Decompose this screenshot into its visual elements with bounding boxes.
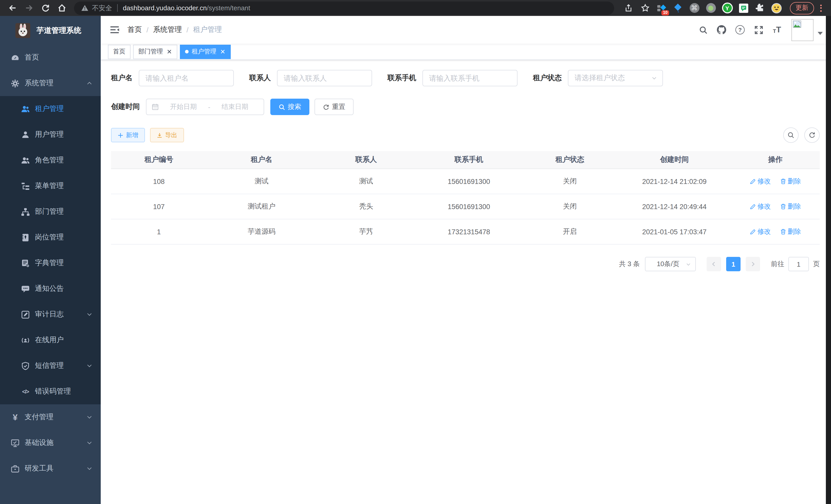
close-icon[interactable] <box>166 49 172 55</box>
extension-kite-icon[interactable] <box>672 2 684 13</box>
share-icon[interactable] <box>623 3 634 13</box>
cell-status: 开启 <box>522 219 618 244</box>
prev-page-button[interactable] <box>707 257 721 271</box>
dictionary-icon <box>21 259 30 267</box>
sidebar-item-label: 菜单管理 <box>35 181 92 190</box>
sidebar-fold-icon[interactable] <box>109 24 120 35</box>
breadcrumb-system[interactable]: 系统管理 <box>153 25 182 34</box>
sidebar-item-tenant[interactable]: 租户管理 <box>0 96 101 122</box>
extension-dot-icon[interactable] <box>705 2 716 13</box>
page-size-value: 10条/页 <box>651 260 686 269</box>
table-header-row: 租户编号 租户名 联系人 联系手机 租户状态 创建时间 操作 <box>111 151 820 169</box>
edit-link[interactable]: 修改 <box>750 227 771 236</box>
sidebar-item-user[interactable]: 用户管理 <box>0 122 101 147</box>
sidebar-item-sms[interactable]: 短信管理 <box>0 353 101 379</box>
window-scrollbar-strip[interactable] <box>826 16 831 504</box>
extension-command-icon[interactable]: ⌘ <box>689 2 700 13</box>
chevron-left-icon <box>711 261 717 267</box>
mobile-input[interactable] <box>423 70 517 86</box>
bookmark-star-icon[interactable] <box>640 3 650 13</box>
sidebar-item-payment[interactable]: ¥ 支付管理 <box>0 404 101 430</box>
table-row: 107 测试租户 秃头 15601691300 关闭 2021-12-14 20… <box>111 194 820 219</box>
sidebar-item-dept[interactable]: 部门管理 <box>0 199 101 225</box>
cell-contact: 芋艿 <box>317 219 416 244</box>
browser-home-icon[interactable] <box>57 3 67 13</box>
browser-menu-icon[interactable] <box>819 3 823 12</box>
extension-chat-icon[interactable] <box>738 2 749 13</box>
extension-badge: 10 <box>661 10 669 15</box>
edit-link[interactable]: 修改 <box>750 177 771 186</box>
sidebar-item-menu[interactable]: 菜单管理 <box>0 173 101 199</box>
hide-search-button[interactable] <box>783 127 799 143</box>
cell-contact: 测试 <box>317 169 416 194</box>
tenant-name-input[interactable] <box>139 70 234 86</box>
app-logo[interactable]: 芋道管理系统 <box>0 16 101 45</box>
profile-avatar-icon[interactable] <box>771 2 782 13</box>
search-button-label: 搜索 <box>288 102 301 112</box>
edit-link[interactable]: 修改 <box>750 202 771 211</box>
online-user-icon <box>21 336 30 345</box>
export-button[interactable]: 导出 <box>150 128 184 142</box>
sidebar-item-error-code[interactable]: </> 错误码管理 <box>0 379 101 404</box>
help-icon[interactable]: ? <box>734 24 746 36</box>
next-page-button[interactable] <box>746 257 760 271</box>
delete-link-label: 删除 <box>787 227 801 236</box>
chrome-update-button[interactable]: 更新 <box>790 2 814 14</box>
sidebar-item-home[interactable]: 首页 <box>0 45 101 70</box>
breadcrumb-separator: / <box>187 26 189 34</box>
sidebar-item-system[interactable]: 系统管理 <box>0 70 101 96</box>
header-search-icon[interactable] <box>697 24 709 36</box>
search-button[interactable]: 搜索 <box>270 99 309 115</box>
refresh-button[interactable] <box>804 127 820 143</box>
security-label[interactable]: 不安全 <box>92 3 112 12</box>
address-bar[interactable]: 不安全 dashboard.yudao.iocoder.cn/system/te… <box>74 1 614 14</box>
sidebar-item-infra[interactable]: 基础设施 <box>0 430 101 456</box>
sidebar-item-post[interactable]: 岗位管理 <box>0 225 101 250</box>
url-text[interactable]: dashboard.yudao.iocoder.cn/system/tenant <box>123 4 250 12</box>
delete-link[interactable]: 删除 <box>780 177 801 186</box>
extension-yudao-icon[interactable]: Y <box>721 2 733 13</box>
chevron-down-icon <box>86 414 92 420</box>
sidebar-item-dict[interactable]: 字典管理 <box>0 250 101 276</box>
cell-created: 2021-12-14 21:02:09 <box>618 169 731 194</box>
delete-link[interactable]: 删除 <box>780 227 801 236</box>
breadcrumb-home[interactable]: 首页 <box>127 25 142 34</box>
trash-icon <box>780 178 786 184</box>
avatar[interactable] <box>792 19 813 41</box>
extensions-puzzle-icon[interactable] <box>754 2 766 13</box>
breadcrumb-tenant: 租户管理 <box>193 25 222 34</box>
sidebar-item-dev-tools[interactable]: 研发工具 <box>0 456 101 481</box>
status-select[interactable]: 请选择租户状态 <box>568 70 663 86</box>
tab-home[interactable]: 首页 <box>108 45 131 59</box>
avatar-caret-icon[interactable] <box>818 32 823 35</box>
tab-dept[interactable]: 部门管理 <box>133 45 177 59</box>
dashboard-icon <box>11 53 20 62</box>
page-size-select[interactable]: 10条/页 <box>645 257 696 271</box>
sidebar-item-role[interactable]: 角色管理 <box>0 147 101 173</box>
browser-reload-icon[interactable] <box>40 3 50 13</box>
font-size-icon[interactable]: TT <box>771 24 783 36</box>
monitor-icon <box>11 439 20 447</box>
sidebar-item-audit-log[interactable]: 审计日志 <box>0 302 101 327</box>
fullscreen-icon[interactable] <box>752 24 765 36</box>
delete-link[interactable]: 删除 <box>780 202 801 211</box>
close-icon[interactable] <box>220 49 226 55</box>
extension-automa-icon[interactable]: 10 <box>656 2 667 13</box>
tab-tenant[interactable]: 租户管理 <box>180 45 231 59</box>
github-icon[interactable] <box>715 24 728 36</box>
sidebar: 芋道管理系统 首页 系统管理 <box>0 16 101 504</box>
browser-forward-icon[interactable] <box>24 3 34 13</box>
col-actions: 操作 <box>731 151 820 169</box>
date-range-picker[interactable]: 开始日期 - 结束日期 <box>146 99 264 115</box>
goto-page-input[interactable] <box>789 257 809 271</box>
reset-button[interactable]: 重置 <box>315 99 353 115</box>
cell-tenant-id: 107 <box>111 194 207 219</box>
browser-back-icon[interactable] <box>7 3 18 13</box>
contact-input[interactable] <box>277 70 372 86</box>
sidebar-item-notice[interactable]: 通知公告 <box>0 276 101 302</box>
page-number-1[interactable]: 1 <box>726 257 741 271</box>
chevron-down-icon <box>86 440 92 446</box>
add-button[interactable]: 新增 <box>111 128 145 142</box>
pagination-total: 共 3 条 <box>619 260 640 269</box>
sidebar-item-online-users[interactable]: 在线用户 <box>0 327 101 353</box>
